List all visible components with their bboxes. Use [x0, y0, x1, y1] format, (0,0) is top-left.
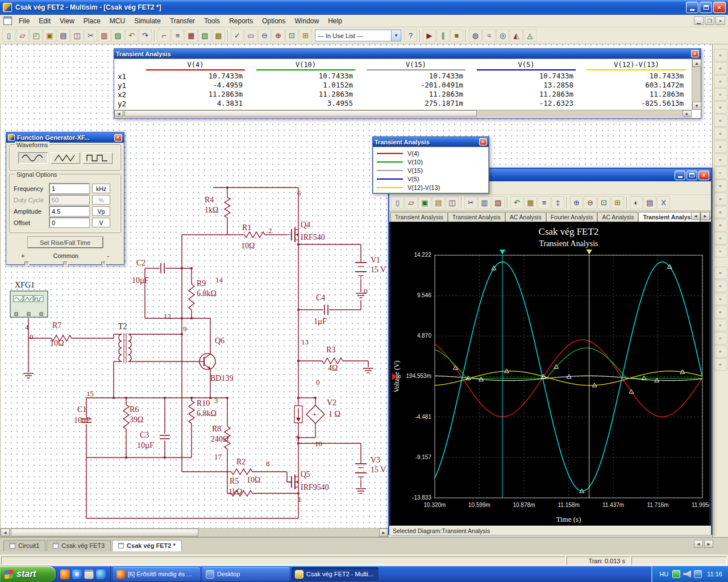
quick-launch-show-desktop-icon[interactable]	[84, 569, 94, 579]
tabs-scroll-left-icon[interactable]: ◄	[691, 212, 700, 220]
undo-icon[interactable]: ↶	[510, 196, 523, 209]
volume-tray-icon[interactable]	[683, 570, 691, 578]
grapher-icon[interactable]: ▧	[198, 29, 211, 42]
print-icon[interactable]: ▤	[432, 196, 445, 209]
zoom-area-icon[interactable]: ⊡	[285, 29, 298, 42]
place-cmos-icon[interactable]: ▫	[714, 127, 727, 140]
square-waveform-button[interactable]	[83, 152, 113, 164]
sheet-tab[interactable]: Csak vég FET2 *	[112, 540, 182, 551]
instrument-counter-icon[interactable]: ▫	[714, 332, 727, 344]
help-icon[interactable]: ?	[404, 29, 417, 42]
stop-simulation-icon[interactable]: ■	[450, 29, 463, 42]
sine-waveform-button[interactable]	[18, 152, 48, 164]
sheet-h-scrollbar[interactable]: ◄ ►	[0, 528, 389, 537]
in-use-list-dropdown[interactable]: --- In Use List --- ▼	[315, 30, 401, 41]
copy-icon[interactable]: ▥	[478, 196, 491, 209]
open-samples-icon[interactable]: ◰	[30, 29, 43, 42]
start-button[interactable]: start	[0, 566, 56, 582]
cursors-icon[interactable]: ‡	[551, 196, 564, 209]
print-preview-icon[interactable]: ◫	[446, 196, 459, 209]
scroll-left-icon[interactable]: ◄	[114, 110, 123, 117]
mdi-minimize-button[interactable]: ▁	[694, 16, 704, 25]
set-rise-fall-button[interactable]: Set Rise/Fall Time	[28, 237, 103, 248]
grapher-tab-0[interactable]: Transient Analysis	[390, 212, 448, 222]
save-icon[interactable]: ▣	[43, 29, 56, 42]
tabs-scroll-right-icon[interactable]: ►	[701, 212, 710, 220]
new-page-icon[interactable]: ▯	[391, 196, 404, 209]
paste-icon[interactable]: ▨	[492, 196, 505, 209]
scroll-right-icon[interactable]: ►	[683, 110, 692, 117]
print-preview-icon[interactable]: ◫	[70, 29, 84, 42]
paste-icon[interactable]: ▨	[111, 29, 124, 42]
tabs-right-icon[interactable]: ►	[704, 540, 713, 548]
export-excel-icon[interactable]: X	[657, 196, 670, 209]
place-transistor-icon[interactable]: ▫	[714, 88, 727, 101]
scroll-thumb[interactable]	[124, 110, 477, 117]
oscilloscope-icon[interactable]: ◎	[496, 29, 509, 42]
place-mcu-icon[interactable]: ▫	[714, 245, 727, 257]
cut-icon[interactable]: ✂	[464, 196, 477, 209]
place-source-icon[interactable]: ▫	[714, 49, 727, 61]
instrument-multimeter-icon[interactable]: ▫	[714, 267, 727, 279]
legend-close-button[interactable]: ×	[479, 138, 487, 146]
place-analog-icon[interactable]: ▫	[714, 101, 727, 114]
network-tray-icon[interactable]	[694, 570, 702, 578]
place-mixed-icon[interactable]: ▫	[714, 153, 727, 166]
scroll-up-icon[interactable]: ▲	[692, 59, 701, 67]
place-power-icon[interactable]: ▫	[714, 180, 727, 192]
menu-edit[interactable]: Edit	[34, 16, 55, 26]
grapher-minimize-button[interactable]	[675, 171, 685, 180]
place-wire-icon[interactable]: ⌐	[157, 29, 170, 42]
instrument-oscilloscope-icon[interactable]: ▫	[714, 306, 727, 318]
grapher-restore-button[interactable]	[687, 171, 697, 180]
grapher-tab-4[interactable]: AC Analysis	[597, 212, 638, 222]
mdi-close-button[interactable]: ×	[715, 16, 725, 25]
legend-icon[interactable]: ≡	[538, 196, 551, 209]
distortion-analyzer-icon[interactable]: ◬	[523, 29, 536, 42]
cut-icon[interactable]: ✂	[84, 29, 97, 42]
spreadsheet-icon[interactable]: ▦	[185, 29, 198, 42]
instrument-function-generator-icon[interactable]: ▫	[714, 280, 727, 292]
copy-icon[interactable]: ▥	[98, 29, 111, 42]
menu-place[interactable]: Place	[79, 16, 105, 26]
amplitude-input[interactable]	[49, 206, 89, 216]
place-rf-icon[interactable]: ▫	[714, 219, 727, 231]
multimeter-icon[interactable]: ◍	[469, 29, 482, 42]
zoom-out-icon[interactable]: ⊖	[584, 196, 597, 209]
menu-window[interactable]: Window	[290, 16, 324, 26]
quick-launch-media-player-icon[interactable]	[96, 569, 106, 579]
menu-options[interactable]: Options	[257, 16, 290, 26]
language-indicator[interactable]: HU	[659, 571, 668, 577]
maximize-button[interactable]	[700, 2, 712, 13]
grapher-close-button[interactable]: ×	[698, 171, 709, 180]
menu-reports[interactable]: Reports	[224, 16, 257, 26]
mdi-restore-button[interactable]: ❒	[705, 16, 714, 25]
grapher-tab-2[interactable]: AC Analysis	[505, 212, 546, 222]
print-icon[interactable]: ▤	[57, 29, 70, 42]
menu-tools[interactable]: Tools	[199, 16, 224, 26]
menu-simulate[interactable]: Simulate	[130, 16, 165, 26]
grapher-tab-1[interactable]: Transient Analysis	[448, 212, 505, 222]
window-titlebar[interactable]: Csak vég FET2 - Multisim - [Csak vég FET…	[0, 0, 728, 15]
capture-area-icon[interactable]: ▭	[244, 29, 257, 42]
properties-icon[interactable]: ▤	[643, 196, 656, 209]
table-v-scrollbar[interactable]: ▲ ▼	[692, 59, 701, 110]
function-generator-icon[interactable]: ≈	[482, 29, 496, 42]
place-misc-digital-icon[interactable]: ▫	[714, 140, 727, 153]
bode-plotter-icon[interactable]: ◭	[510, 29, 523, 42]
chevron-down-icon[interactable]: ▼	[391, 30, 401, 41]
scroll-thumb[interactable]	[11, 529, 198, 537]
pause-simulation-icon[interactable]: ∥	[436, 29, 450, 42]
task-button[interactable]: Desktop	[202, 567, 289, 581]
place-bus-icon[interactable]: ≡	[171, 29, 184, 42]
common-terminal[interactable]	[63, 261, 68, 266]
place-diode-icon[interactable]: ▫	[714, 75, 727, 88]
grapher-tab-3[interactable]: Fourier Analysis	[546, 212, 598, 222]
quick-launch-internet-explorer-icon[interactable]: e	[72, 569, 82, 579]
grid-icon[interactable]: ▦	[524, 196, 537, 209]
new-icon[interactable]: ▯	[2, 29, 15, 42]
sheet-tab[interactable]: Csak vég FET3	[47, 540, 111, 551]
menu-help[interactable]: Help	[323, 16, 347, 26]
plus-terminal[interactable]	[24, 261, 29, 266]
zoom-area-icon[interactable]: ⊡	[597, 196, 610, 209]
